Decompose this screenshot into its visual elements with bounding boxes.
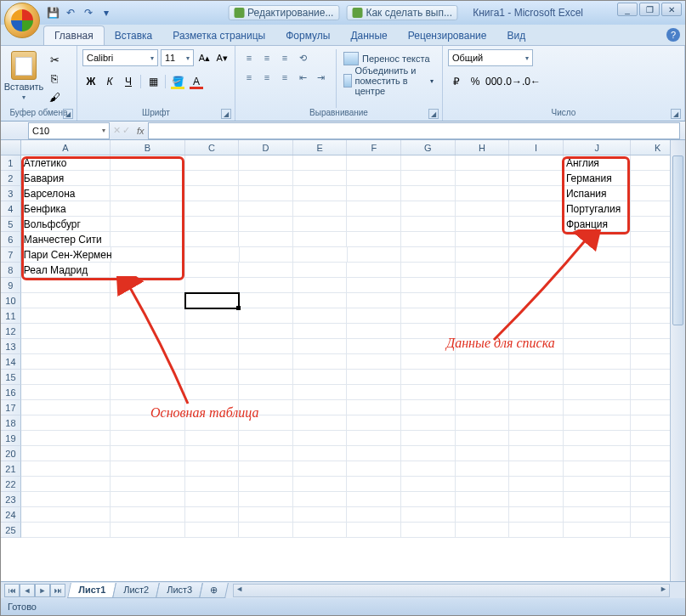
cell[interactable]	[401, 370, 456, 385]
cell[interactable]	[509, 477, 564, 492]
cell[interactable]	[456, 446, 510, 461]
cell[interactable]	[564, 263, 632, 278]
cell[interactable]	[401, 217, 456, 232]
cell[interactable]	[456, 186, 510, 201]
merge-center-button[interactable]: Объединить и поместить в центре▾	[340, 71, 437, 90]
office-button[interactable]	[4, 3, 40, 38]
cell[interactable]	[401, 354, 456, 370]
cell[interactable]	[21, 431, 111, 446]
cell[interactable]	[401, 201, 456, 217]
cell[interactable]	[564, 492, 632, 507]
row-header[interactable]: 22	[1, 477, 21, 492]
cell[interactable]: Франция	[564, 217, 632, 232]
cell[interactable]	[21, 492, 111, 507]
row-header[interactable]: 7	[1, 247, 21, 263]
browser-tab[interactable]: Редактирование...	[228, 5, 339, 20]
cell[interactable]: Португалия	[564, 201, 632, 217]
cell[interactable]	[564, 400, 632, 415]
cell[interactable]	[21, 293, 111, 308]
cell[interactable]	[509, 385, 564, 400]
row-header[interactable]: 14	[1, 354, 21, 370]
browser-tab[interactable]: Как сделать вып...	[346, 5, 458, 20]
sheet-nav-prev-icon[interactable]: ◄	[20, 584, 35, 597]
row-header[interactable]: 25	[1, 523, 21, 538]
cell[interactable]	[509, 155, 564, 171]
cell[interactable]	[239, 400, 293, 415]
cell[interactable]	[185, 247, 240, 263]
cell[interactable]	[111, 446, 184, 461]
cell[interactable]	[185, 324, 240, 339]
cell[interactable]	[239, 354, 293, 370]
cell[interactable]	[564, 232, 632, 247]
cell[interactable]	[401, 415, 456, 431]
row-header[interactable]: 15	[1, 370, 21, 385]
bold-button[interactable]: Ж	[82, 73, 99, 90]
decrease-indent-icon[interactable]: ⇤	[294, 69, 311, 86]
cell[interactable]	[347, 523, 401, 538]
sheet-nav-next-icon[interactable]: ►	[35, 584, 50, 597]
cell[interactable]	[401, 477, 456, 492]
cell[interactable]	[347, 263, 401, 278]
cell[interactable]	[348, 247, 402, 263]
cell[interactable]	[401, 155, 456, 171]
cell[interactable]	[509, 186, 564, 201]
cell[interactable]	[111, 415, 184, 431]
cell[interactable]	[239, 201, 293, 217]
restore-button[interactable]: ❐	[639, 3, 660, 16]
cancel-formula-icon[interactable]: ✕	[113, 125, 121, 136]
cell[interactable]	[21, 324, 111, 339]
cell[interactable]	[456, 507, 510, 523]
cell[interactable]	[293, 217, 348, 232]
cell[interactable]	[293, 446, 348, 461]
cell[interactable]	[631, 461, 685, 477]
cell[interactable]	[347, 446, 401, 461]
cell[interactable]	[239, 339, 293, 354]
cell[interactable]	[509, 263, 564, 278]
cell[interactable]	[631, 385, 685, 400]
cell[interactable]	[401, 523, 456, 538]
cell[interactable]	[401, 293, 456, 308]
cell[interactable]	[185, 339, 240, 354]
cell[interactable]	[509, 278, 564, 293]
cell[interactable]	[111, 431, 184, 446]
cell[interactable]	[111, 278, 184, 293]
help-icon[interactable]: ?	[666, 28, 680, 42]
cell[interactable]	[111, 171, 184, 186]
cell[interactable]	[564, 446, 632, 461]
cell[interactable]	[293, 507, 348, 523]
row-header[interactable]: 1	[1, 155, 21, 171]
cell[interactable]	[239, 324, 293, 339]
cell[interactable]	[564, 477, 632, 492]
row-header[interactable]: 6	[1, 232, 21, 247]
dialog-launcher-icon[interactable]: ◢	[63, 109, 73, 119]
cell[interactable]: Бенфика	[21, 201, 111, 217]
cell[interactable]	[564, 507, 632, 523]
column-header[interactable]: C	[185, 140, 240, 155]
cell[interactable]	[509, 293, 564, 308]
cell[interactable]	[456, 370, 510, 385]
cell[interactable]	[21, 446, 111, 461]
cell[interactable]	[21, 415, 111, 431]
cell[interactable]	[239, 171, 293, 186]
cell[interactable]	[509, 324, 564, 339]
cell[interactable]	[456, 324, 510, 339]
cell[interactable]	[185, 492, 240, 507]
cell[interactable]	[293, 263, 348, 278]
cell[interactable]	[347, 370, 401, 385]
cell[interactable]	[347, 186, 401, 201]
cell[interactable]	[456, 415, 510, 431]
cell[interactable]	[564, 431, 632, 446]
close-button[interactable]: ✕	[661, 3, 682, 16]
cell[interactable]	[564, 339, 632, 354]
cell[interactable]	[239, 370, 293, 385]
cell[interactable]	[185, 523, 240, 538]
cell[interactable]	[293, 171, 348, 186]
cell[interactable]	[111, 477, 184, 492]
cell[interactable]	[185, 415, 240, 431]
row-header[interactable]: 21	[1, 461, 21, 477]
cell[interactable]	[293, 201, 348, 217]
cell[interactable]	[456, 385, 510, 400]
cell[interactable]	[21, 523, 111, 538]
cell[interactable]	[564, 278, 632, 293]
comma-icon[interactable]: 000	[485, 73, 502, 90]
